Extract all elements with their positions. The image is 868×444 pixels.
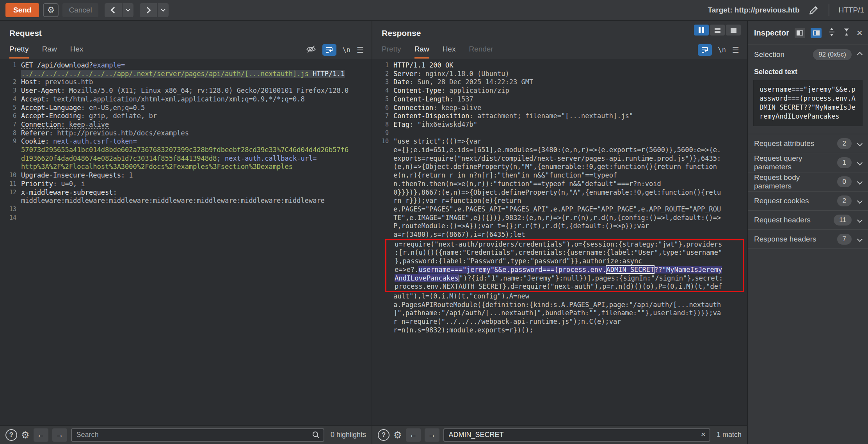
prev-match-button[interactable]: ← <box>34 428 48 442</box>
tab-hex[interactable]: Hex <box>70 45 84 59</box>
inspector-section-response-headers[interactable]: Response headers7 <box>748 229 868 249</box>
selection-section-header[interactable]: Selection 92 (0x5c) <box>748 44 868 65</box>
line-number: 3 <box>375 78 389 87</box>
code-line: 13 <box>3 205 372 214</box>
code-line: n.then?n.then(n=>e(n,r)):"function"==typ… <box>375 180 747 188</box>
line-number: 5 <box>3 104 16 112</box>
response-editor-icons: \n ☰ <box>698 44 739 59</box>
line-number: 6 <box>3 112 16 121</box>
code-line: 4Content-Type: application/zip <box>375 87 747 95</box>
line-number: 14 <box>3 214 16 222</box>
line-number <box>386 266 390 274</box>
view-single-button[interactable] <box>726 25 741 36</box>
tab-pretty[interactable]: Pretty <box>382 45 401 59</box>
search-icon <box>312 431 320 441</box>
tab-pretty[interactable]: Pretty <box>9 45 29 59</box>
request-search-bar: ? ⚙ ← → 0 highlights <box>0 426 372 444</box>
code-line: 14 <box>3 214 372 222</box>
show-newlines-button[interactable]: \n <box>343 46 350 54</box>
close-inspector-button[interactable]: × <box>857 28 863 38</box>
edit-target-button[interactable] <box>808 5 819 16</box>
line-number: 3 <box>3 87 16 95</box>
code-line: a.PagesAPIRouteModule({definition:{kind:… <box>375 301 747 309</box>
dock-right-button[interactable] <box>811 28 821 38</box>
chevron-up-icon <box>858 51 862 58</box>
chevron-down-icon <box>126 7 130 11</box>
response-search-bar: ? ⚙ ← → × 1 match <box>372 426 747 444</box>
line-number: 2 <box>375 70 389 78</box>
history-back-button[interactable] <box>105 3 122 17</box>
response-tabs: PrettyRawHexRender <box>382 45 698 59</box>
next-match-button[interactable]: → <box>52 428 67 442</box>
inspector-section-request-attributes[interactable]: Request attributes2 <box>748 134 868 153</box>
expand-all-button[interactable] <box>827 27 836 39</box>
view-stacked-button[interactable] <box>710 25 725 36</box>
tab-raw[interactable]: Raw <box>42 45 57 59</box>
view-side-by-side-button[interactable] <box>694 25 709 36</box>
line-number <box>375 214 389 222</box>
send-button[interactable]: Send <box>5 3 39 17</box>
code-line: 1HTTP/1.1 200 OK <box>375 61 747 70</box>
response-editor[interactable]: 1HTTP/1.1 200 OK2Server: nginx/1.18.0 (U… <box>372 59 747 335</box>
response-menu-button[interactable]: ☰ <box>732 45 739 55</box>
help-icon[interactable]: ? <box>5 429 17 441</box>
code-line: 8Referer: http://previous.htb/docs/examp… <box>3 129 372 138</box>
section-count-badge: 11 <box>834 215 852 226</box>
inspector-section-request-body-parameters[interactable]: Request body parameters0 <box>748 172 868 191</box>
code-line: e.PAGES="PAGES",e.PAGES_API="PAGES_API",… <box>375 205 747 214</box>
line-number <box>375 318 389 326</box>
request-menu-button[interactable]: ☰ <box>357 45 364 55</box>
line-number <box>375 301 389 309</box>
tab-hex[interactable]: Hex <box>443 45 456 59</box>
code-line: 5Accept-Language: en-US,en;q=0.5 <box>3 104 372 112</box>
line-number: 1 <box>375 61 389 70</box>
line-number: 6 <box>375 104 389 112</box>
history-forward-button[interactable] <box>140 3 157 17</box>
wrap-lines-button[interactable] <box>698 44 712 56</box>
line-number <box>375 326 389 335</box>
tab-render[interactable]: Render <box>469 45 493 59</box>
section-count-badge: 2 <box>837 195 852 206</box>
history-back-group <box>105 3 133 17</box>
toolbar-divider <box>829 4 829 16</box>
collapse-all-icon <box>842 27 851 37</box>
prev-match-button[interactable]: ← <box>406 428 421 442</box>
help-icon[interactable]: ? <box>378 429 390 441</box>
send-settings-button[interactable]: ⚙ <box>43 3 59 17</box>
line-number <box>375 171 389 180</box>
tab-raw[interactable]: Raw <box>414 45 429 59</box>
history-forward-menu-button[interactable] <box>158 3 169 17</box>
search-settings-icon[interactable]: ⚙ <box>21 430 30 440</box>
code-line: process.env.NEXTAUTH_SECRET},d=require("… <box>386 282 743 291</box>
request-editor[interactable]: 1GET /api/download?example=../../../../.… <box>0 59 372 222</box>
selected-text-box[interactable]: username==="jeremy"&&e.password===(proce… <box>753 80 863 126</box>
line-number: 2 <box>3 78 16 87</box>
collapse-all-button[interactable] <box>842 27 851 39</box>
code-line: e=>e?.username==="jeremy"&&e.password===… <box>386 266 743 274</box>
code-line: a=r(3480),s=r(8667),i=r(6435);let <box>375 231 747 239</box>
cancel-button[interactable]: Cancel <box>62 3 98 17</box>
request-search-input[interactable] <box>71 428 324 442</box>
dock-left-button[interactable] <box>795 28 805 38</box>
wrap-lines-button[interactable] <box>322 44 336 56</box>
inspector-section-request-cookies[interactable]: Request cookies2 <box>748 191 868 210</box>
inspector-section-request-headers[interactable]: Request headers11 <box>748 210 868 229</box>
next-match-button[interactable]: → <box>425 428 439 442</box>
inspector-header: Inspector × <box>748 21 868 44</box>
code-line: },password:{label:"Password",type:"passw… <box>386 257 743 266</box>
line-number: 7 <box>3 121 16 129</box>
response-search-input[interactable] <box>443 428 710 442</box>
line-number <box>375 180 389 188</box>
search-settings-icon[interactable]: ⚙ <box>393 430 402 440</box>
section-label: Request query parameters <box>754 154 837 171</box>
show-newlines-button[interactable]: \n <box>718 46 726 54</box>
pane-right-icon <box>813 30 820 36</box>
line-number: 1 <box>3 61 16 70</box>
clear-search-icon[interactable]: × <box>701 430 706 439</box>
hide-nonprintable-button[interactable] <box>306 45 316 55</box>
inspector-section-request-query-parameters[interactable]: Request query parameters1 <box>748 153 868 172</box>
code-line: e(n,r){return r in n?n[r]:"then"in n&&"f… <box>375 171 747 180</box>
history-back-menu-button[interactable] <box>123 3 133 17</box>
line-number <box>386 282 390 291</box>
line-number: 11 <box>3 180 16 188</box>
